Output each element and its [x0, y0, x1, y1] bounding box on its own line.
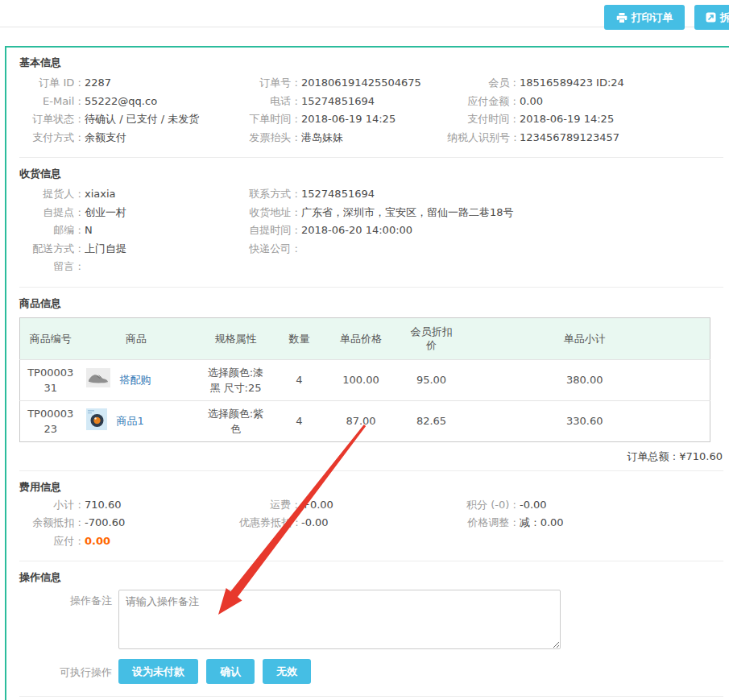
operation-actions-row: 可执行操作 设为未付款 确认 无效 — [19, 659, 723, 684]
section-divider — [19, 287, 723, 288]
field-balance-deduct: 余额抵扣-700.60 — [19, 514, 239, 532]
field-subtotal: 小计710.60 — [19, 496, 239, 515]
product-spec: 选择颜色:漆黑 尺寸:25 — [205, 365, 267, 396]
field-coupon-deduct: 优惠券抵扣-0.00 — [239, 514, 447, 532]
col-header-qty: 数量 — [280, 317, 319, 359]
field-pickup-time: 自提时间2018-06-20 14:00:00 — [239, 222, 447, 240]
col-header-sku: 商品编号 — [20, 317, 81, 359]
printer-icon — [616, 12, 628, 23]
print-order-button[interactable]: 打印订单 — [604, 5, 685, 30]
product-spec: 选择颜色:紫色 — [205, 406, 267, 437]
product-sku: TP0000323 — [27, 406, 74, 437]
col-header-member-price: 会员折扣价 — [404, 317, 460, 359]
product-table-header-row: 商品编号 商品 规格属性 数量 单品价格 会员折扣价 单品小计 — [20, 317, 710, 359]
field-payable-amount: 应付金额0.00 — [447, 93, 723, 111]
field-zipcode: 邮编N — [19, 222, 239, 240]
print-order-label: 打印订单 — [632, 10, 673, 25]
shipping-info-grid: 提货人xiaxia 联系方式15274851694 自提点创业一村 收货地址广东… — [19, 185, 723, 276]
col-header-subtotal: 单品小计 — [460, 317, 710, 359]
operation-note-row: 操作备注 — [19, 590, 723, 652]
product-subtotal: 330.60 — [460, 400, 710, 441]
operation-actions-label: 可执行操作 — [19, 659, 112, 684]
section-divider — [19, 157, 723, 158]
field-express-company: 快递公司 — [239, 240, 447, 259]
field-shipping-method: 配送方式上门自提 — [19, 240, 239, 259]
invalid-button[interactable]: 无效 — [263, 659, 311, 684]
product-member-price: 95.00 — [404, 359, 460, 400]
section-divider — [19, 470, 723, 471]
operation-note-label: 操作备注 — [19, 590, 112, 652]
field-consignee: 提货人xiaxia — [19, 185, 239, 204]
order-detail-page: { "colors": { "accent_teal": "#2bbc9c", … — [0, 0, 729, 700]
product-price: 87.00 — [319, 400, 404, 441]
order-total-label: 订单总额 — [628, 450, 680, 462]
section-title-product-info: 商品信息 — [19, 296, 723, 311]
product-sku: TP0000331 — [27, 365, 74, 396]
field-taxpayer-id: 纳税人识别号123456789123457 — [447, 129, 723, 147]
field-payment-method: 支付方式余额支付 — [19, 129, 239, 147]
product-photo-shoe — [86, 368, 110, 391]
field-payable: 应付0.00 — [19, 532, 239, 551]
field-order-id: 订单 ID2287 — [19, 74, 239, 93]
confirm-button[interactable]: 确认 — [206, 659, 255, 684]
order-detail-panel: 基本信息 订单 ID2287 订单号201806191425504675 会员1… — [5, 46, 729, 700]
section-title-basic-info: 基本信息 — [19, 56, 723, 70]
split-order-label: 拆分订单 — [720, 10, 729, 25]
field-order-sn: 订单号201806191425504675 — [239, 74, 447, 93]
field-message: 留言 — [19, 258, 239, 276]
field-email: E-Mail55222@qq.co — [19, 93, 239, 111]
fee-info-grid: 小计710.60 运费+0.00 积分 (-0)-0.00 余额抵扣-700.6… — [19, 496, 723, 551]
product-link[interactable]: 搭配购 — [120, 372, 151, 387]
product-table: 商品编号 商品 规格属性 数量 单品价格 会员折扣价 单品小计 TP000033… — [19, 317, 710, 442]
col-header-spec: 规格属性 — [192, 317, 280, 359]
field-points: 积分 (-0)-0.00 — [447, 496, 723, 515]
order-total: 订单总额¥710.60 — [19, 449, 723, 464]
field-contact: 联系方式15274851694 — [239, 185, 447, 204]
field-address: 收货地址广东省，深圳市，宝安区，留仙一路二巷18号 — [239, 204, 447, 222]
field-shipping-fee: 运费+0.00 — [239, 496, 447, 515]
field-price-adjust: 价格调整减 : 0.00 — [447, 514, 723, 532]
field-member: 会员18516589423 ID:24 — [447, 74, 723, 93]
product-link[interactable]: 商品1 — [117, 413, 144, 429]
product-subtotal: 380.00 — [460, 359, 710, 400]
section-divider — [19, 561, 723, 561]
field-order-time: 下单时间2018-06-19 14:25 — [239, 110, 447, 129]
section-divider — [19, 696, 723, 697]
split-order-button[interactable]: 拆分订单 — [694, 5, 729, 30]
product-photo-lens — [86, 408, 107, 434]
col-header-product: 商品 — [81, 317, 192, 359]
product-price: 100.00 — [319, 359, 404, 400]
product-member-price: 82.65 — [404, 400, 460, 441]
field-order-status: 订单状态待确认 / 已支付 / 未发货 — [19, 110, 239, 129]
product-qty: 4 — [280, 400, 319, 441]
product-row: TP0000323 商品1 选择颜色:紫色 4 87.00 82.65 330.… — [20, 400, 710, 441]
field-invoice-title: 发票抬头港岛妹妹 — [239, 129, 447, 147]
set-unpaid-button[interactable]: 设为未付款 — [118, 659, 198, 684]
section-title-fee-info: 费用信息 — [19, 480, 723, 495]
basic-info-grid: 订单 ID2287 订单号201806191425504675 会员185165… — [19, 74, 723, 147]
col-header-price: 单品价格 — [319, 317, 404, 359]
external-link-icon — [706, 12, 716, 23]
product-row: TP0000331 搭配购 选择颜色:漆黑 尺寸:25 4 100.00 95.… — [20, 359, 710, 400]
operation-note-input[interactable] — [118, 590, 561, 649]
order-total-value: ¥710.60 — [679, 450, 723, 462]
field-pay-time: 支付时间2018-06-19 14:25 — [447, 110, 723, 129]
field-pickup-point: 自提点创业一村 — [19, 204, 239, 222]
section-title-shipping-info: 收货信息 — [19, 167, 723, 181]
field-phone: 电话15274851694 — [239, 93, 447, 111]
product-qty: 4 — [280, 359, 319, 400]
section-title-operation-info: 操作信息 — [19, 570, 723, 585]
